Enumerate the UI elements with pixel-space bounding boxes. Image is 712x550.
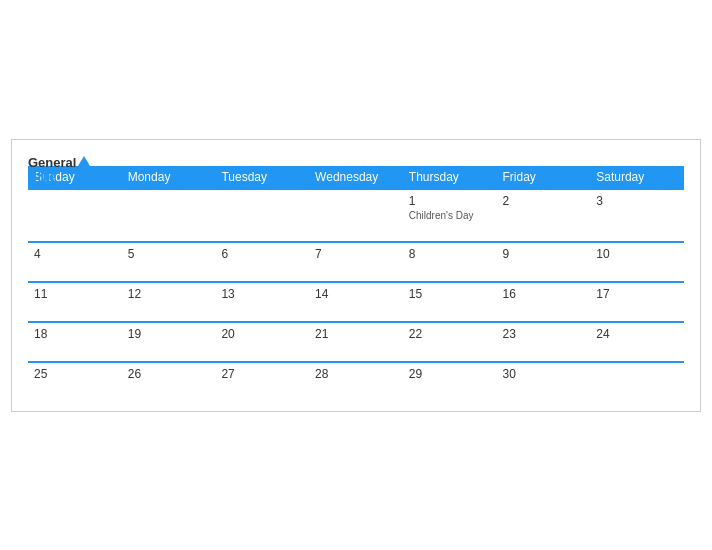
day-cell: 7 bbox=[309, 242, 403, 282]
day-cell: 27 bbox=[215, 362, 309, 401]
day-number: 7 bbox=[315, 247, 322, 261]
week-row-1: 1Children's Day23 bbox=[28, 189, 684, 242]
calendar-container: General Blue Sunday Monday Tuesday Wedne… bbox=[11, 139, 701, 412]
day-number: 4 bbox=[34, 247, 41, 261]
day-cell: 20 bbox=[215, 322, 309, 362]
day-cell: 26 bbox=[122, 362, 216, 401]
day-number: 2 bbox=[503, 194, 510, 208]
day-number: 3 bbox=[596, 194, 603, 208]
day-cell bbox=[122, 189, 216, 242]
day-number: 30 bbox=[503, 367, 516, 381]
logo-blue-text: Blue bbox=[28, 170, 90, 184]
day-number: 11 bbox=[34, 287, 47, 301]
day-cell bbox=[28, 189, 122, 242]
day-cell: 1Children's Day bbox=[403, 189, 497, 242]
day-cell: 25 bbox=[28, 362, 122, 401]
day-cell: 6 bbox=[215, 242, 309, 282]
week-row-2: 45678910 bbox=[28, 242, 684, 282]
day-number: 5 bbox=[128, 247, 135, 261]
day-event: Children's Day bbox=[409, 210, 491, 221]
day-cell bbox=[309, 189, 403, 242]
logo-general-text: General bbox=[28, 156, 90, 170]
day-number: 9 bbox=[503, 247, 510, 261]
day-number: 12 bbox=[128, 287, 141, 301]
day-number: 6 bbox=[221, 247, 228, 261]
day-number: 29 bbox=[409, 367, 422, 381]
week-row-5: 252627282930 bbox=[28, 362, 684, 401]
day-cell: 15 bbox=[403, 282, 497, 322]
day-cell: 12 bbox=[122, 282, 216, 322]
col-friday: Friday bbox=[497, 166, 591, 189]
day-number: 27 bbox=[221, 367, 234, 381]
day-cell: 2 bbox=[497, 189, 591, 242]
day-number: 21 bbox=[315, 327, 328, 341]
day-cell: 30 bbox=[497, 362, 591, 401]
day-number: 13 bbox=[221, 287, 234, 301]
calendar-table: Sunday Monday Tuesday Wednesday Thursday… bbox=[28, 166, 684, 401]
weekday-header-row: Sunday Monday Tuesday Wednesday Thursday… bbox=[28, 166, 684, 189]
day-number: 28 bbox=[315, 367, 328, 381]
day-cell: 28 bbox=[309, 362, 403, 401]
day-number: 10 bbox=[596, 247, 609, 261]
day-cell bbox=[215, 189, 309, 242]
day-number: 26 bbox=[128, 367, 141, 381]
col-wednesday: Wednesday bbox=[309, 166, 403, 189]
day-number: 23 bbox=[503, 327, 516, 341]
day-cell: 14 bbox=[309, 282, 403, 322]
day-number: 19 bbox=[128, 327, 141, 341]
day-cell: 11 bbox=[28, 282, 122, 322]
day-number: 16 bbox=[503, 287, 516, 301]
day-number: 8 bbox=[409, 247, 416, 261]
day-cell: 19 bbox=[122, 322, 216, 362]
day-number: 14 bbox=[315, 287, 328, 301]
col-tuesday: Tuesday bbox=[215, 166, 309, 189]
day-cell: 4 bbox=[28, 242, 122, 282]
day-number: 24 bbox=[596, 327, 609, 341]
col-saturday: Saturday bbox=[590, 166, 684, 189]
day-cell: 18 bbox=[28, 322, 122, 362]
day-number: 1 bbox=[409, 194, 416, 208]
day-number: 18 bbox=[34, 327, 47, 341]
day-cell: 29 bbox=[403, 362, 497, 401]
day-number: 17 bbox=[596, 287, 609, 301]
day-cell: 13 bbox=[215, 282, 309, 322]
day-cell: 5 bbox=[122, 242, 216, 282]
week-row-4: 18192021222324 bbox=[28, 322, 684, 362]
day-cell: 22 bbox=[403, 322, 497, 362]
day-cell: 16 bbox=[497, 282, 591, 322]
logo: General Blue bbox=[28, 156, 90, 185]
logo-triangle-icon bbox=[78, 156, 90, 166]
week-row-3: 11121314151617 bbox=[28, 282, 684, 322]
col-thursday: Thursday bbox=[403, 166, 497, 189]
day-cell: 17 bbox=[590, 282, 684, 322]
day-cell: 10 bbox=[590, 242, 684, 282]
day-cell: 9 bbox=[497, 242, 591, 282]
day-number: 15 bbox=[409, 287, 422, 301]
day-number: 22 bbox=[409, 327, 422, 341]
day-number: 25 bbox=[34, 367, 47, 381]
day-cell bbox=[590, 362, 684, 401]
day-cell: 8 bbox=[403, 242, 497, 282]
day-cell: 23 bbox=[497, 322, 591, 362]
col-monday: Monday bbox=[122, 166, 216, 189]
day-cell: 3 bbox=[590, 189, 684, 242]
day-cell: 21 bbox=[309, 322, 403, 362]
day-cell: 24 bbox=[590, 322, 684, 362]
day-number: 20 bbox=[221, 327, 234, 341]
